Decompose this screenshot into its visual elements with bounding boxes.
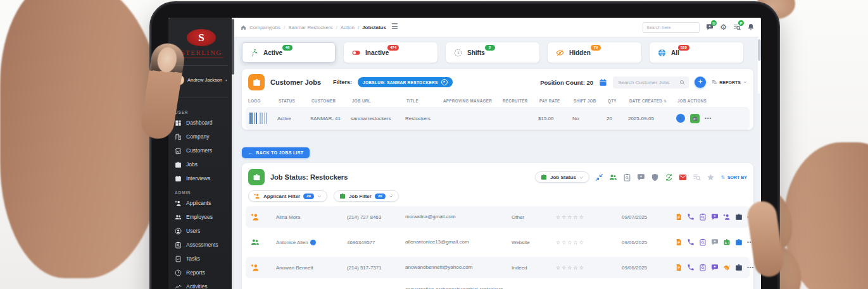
applicant-row[interactable]: Anowan Bennett (214) 517-7371 anowandben… bbox=[246, 257, 750, 278]
message-button[interactable] bbox=[711, 213, 719, 221]
assessment-button[interactable] bbox=[699, 213, 707, 221]
breadcrumb-item[interactable]: Companyjobs bbox=[249, 25, 280, 30]
sort-column-header[interactable]: DATE CREATED bbox=[629, 99, 677, 103]
back-to-jobs-button[interactable]: ← BACK TO JOBS LIST bbox=[242, 147, 310, 158]
email-button[interactable] bbox=[679, 173, 687, 181]
reports-dropdown[interactable]: REPORTS bbox=[712, 80, 747, 85]
settings-button[interactable]: ⚙ bbox=[720, 23, 727, 31]
applicant-row[interactable]: Archange Bwambisi conversation-archangeb… bbox=[246, 282, 750, 289]
messages-button[interactable]: U bbox=[706, 23, 714, 31]
customer-cell: SANMAR- 41 bbox=[310, 116, 351, 121]
remove-filter-icon[interactable]: × bbox=[441, 79, 448, 85]
resume-button[interactable] bbox=[675, 213, 682, 221]
sidebar-item-reports[interactable]: Reports bbox=[168, 266, 234, 280]
sidebar-item-assessments[interactable]: Assessments bbox=[168, 238, 234, 252]
sidebar-section-admin: ADMIN bbox=[168, 185, 234, 196]
rating-stars[interactable]: ☆☆☆☆☆ bbox=[556, 214, 622, 220]
jobs-icon bbox=[175, 161, 182, 168]
sidebar-item-tasks[interactable]: Tasks bbox=[168, 252, 234, 266]
customer-jobs-search-input[interactable] bbox=[617, 79, 679, 86]
security-button[interactable] bbox=[651, 173, 659, 181]
bell-icon bbox=[747, 23, 755, 31]
tab-all[interactable]: All 520 bbox=[650, 42, 743, 63]
notifications-button[interactable] bbox=[747, 23, 755, 31]
assessment-button[interactable] bbox=[623, 173, 631, 181]
more-actions-icon[interactable]: ••• bbox=[705, 116, 712, 120]
sidebar-item-activities[interactable]: Activities bbox=[168, 280, 234, 289]
pending-tasks-button[interactable]: P bbox=[733, 23, 741, 31]
add-applicant-button[interactable] bbox=[723, 213, 731, 221]
sidebar-item-employees[interactable]: Employees bbox=[168, 210, 234, 224]
rating-stars[interactable]: ☆☆☆☆☆ bbox=[556, 240, 622, 245]
add-job-button[interactable]: + bbox=[695, 77, 706, 88]
global-search-input[interactable] bbox=[643, 22, 700, 33]
sidebar-item-company[interactable]: Company bbox=[168, 130, 234, 144]
message-button[interactable] bbox=[637, 173, 645, 181]
tab-count-badge: 46 bbox=[282, 45, 292, 51]
applicants-button[interactable] bbox=[609, 173, 617, 181]
rating-stars[interactable]: ☆☆☆☆☆ bbox=[556, 265, 622, 271]
applicant-row[interactable]: Alina Mora (214) 727 8463 moraalina@gmai… bbox=[246, 206, 750, 228]
sort-icon bbox=[720, 175, 726, 180]
tablet-device: S STERLING Andrew Jackson ▾ USER Dashboa… bbox=[149, 1, 780, 289]
info-button[interactable]: i bbox=[676, 114, 685, 123]
assessment-button[interactable] bbox=[699, 264, 707, 271]
status-tabs: Active 46 Inactive 474 Shifts 2 bbox=[242, 42, 753, 63]
message-button[interactable] bbox=[711, 264, 719, 271]
job-filter-dropdown[interactable]: Job Filter 20 bbox=[334, 190, 399, 202]
sidebar-item-users[interactable]: Users bbox=[168, 224, 234, 238]
applicant-source: Website bbox=[512, 240, 556, 245]
company-icon bbox=[175, 133, 182, 140]
tab-count-badge: 520 bbox=[678, 45, 689, 51]
tab-inactive[interactable]: Inactive 474 bbox=[344, 42, 437, 63]
sidebar-item-applicants[interactable]: Applicants bbox=[168, 196, 234, 210]
job-button[interactable] bbox=[735, 238, 743, 246]
tab-shifts[interactable]: Shifts 2 bbox=[446, 42, 539, 63]
sidebar-item-jobs[interactable]: Jobs bbox=[168, 157, 234, 171]
job-status-button[interactable] bbox=[690, 114, 700, 123]
call-button[interactable] bbox=[687, 238, 695, 246]
employee-card-button[interactable] bbox=[723, 238, 731, 246]
chevron-down-icon bbox=[579, 175, 584, 180]
chat-plus-icon bbox=[711, 238, 719, 246]
badge-icon bbox=[248, 169, 265, 185]
favorite-button[interactable] bbox=[707, 173, 715, 181]
main-scrollbar[interactable] bbox=[758, 37, 761, 94]
assessment-button[interactable] bbox=[699, 238, 707, 246]
home-icon[interactable] bbox=[241, 25, 246, 30]
message-button[interactable] bbox=[711, 238, 719, 246]
sort-by-button[interactable]: SORT BY bbox=[720, 175, 747, 180]
briefcase-icon bbox=[248, 74, 265, 90]
call-button[interactable] bbox=[687, 213, 695, 221]
resume-button[interactable] bbox=[675, 238, 682, 246]
collapse-icon bbox=[595, 173, 603, 181]
calendar-button[interactable] bbox=[599, 78, 607, 87]
more-actions-icon[interactable]: ••• bbox=[747, 266, 754, 269]
applicant-row[interactable]: Antonice Allen 4696349577 allenantonice1… bbox=[246, 231, 750, 253]
job-status-cell: Active bbox=[277, 116, 310, 121]
handshake-button[interactable] bbox=[723, 264, 731, 271]
job-status-dropdown[interactable]: Job Status bbox=[535, 171, 589, 183]
customer-job-row[interactable]: Active SANMAR- 41 sanmarrestockers Resto… bbox=[246, 107, 750, 130]
sidebar-item-dashboard[interactable]: Dashboard bbox=[168, 116, 234, 130]
chevron-down-icon: ▾ bbox=[225, 78, 227, 82]
tab-active[interactable]: Active 46 bbox=[242, 42, 336, 63]
job-button[interactable] bbox=[735, 264, 743, 271]
breadcrumb-item[interactable]: Action bbox=[336, 25, 354, 30]
applicant-filter-dropdown[interactable]: Applicant Filter 20 bbox=[248, 190, 327, 202]
sync-button[interactable] bbox=[665, 173, 673, 181]
collapse-button[interactable] bbox=[595, 173, 603, 181]
sidebar-item-customers[interactable]: Customers bbox=[168, 144, 234, 157]
tab-hidden[interactable]: Hidden 79 bbox=[548, 42, 641, 63]
sidebar-item-interviews[interactable]: Interviews bbox=[168, 171, 234, 185]
hamburger-menu-icon[interactable]: ☰ bbox=[391, 22, 398, 31]
tasks-badge: P bbox=[738, 20, 744, 26]
tasks-icon bbox=[175, 255, 182, 262]
breadcrumb-item[interactable]: Sanmar Restockers bbox=[284, 25, 332, 30]
job-button[interactable] bbox=[735, 213, 743, 221]
customer-jobs-toolbar: Position Count: 20 + REPORTS bbox=[540, 77, 747, 89]
search-list-button[interactable] bbox=[693, 173, 701, 181]
filter-chip[interactable]: JOBSLUG: SANMAR RESTOCKERS × bbox=[358, 77, 453, 87]
resume-button[interactable] bbox=[675, 264, 682, 271]
call-button[interactable] bbox=[687, 264, 695, 271]
